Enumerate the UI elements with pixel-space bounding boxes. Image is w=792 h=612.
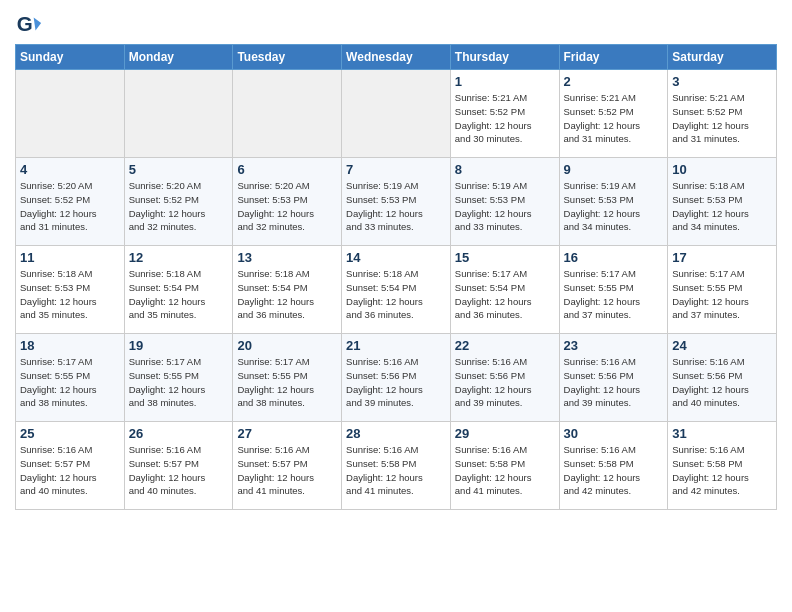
day-number: 13 [237, 250, 337, 265]
day-number: 14 [346, 250, 446, 265]
calendar-cell: 18Sunrise: 5:17 AM Sunset: 5:55 PM Dayli… [16, 334, 125, 422]
day-number: 12 [129, 250, 229, 265]
calendar-cell: 4Sunrise: 5:20 AM Sunset: 5:52 PM Daylig… [16, 158, 125, 246]
day-number: 1 [455, 74, 555, 89]
day-number: 8 [455, 162, 555, 177]
calendar-cell: 24Sunrise: 5:16 AM Sunset: 5:56 PM Dayli… [668, 334, 777, 422]
day-info: Sunrise: 5:21 AM Sunset: 5:52 PM Dayligh… [564, 91, 664, 146]
col-header-friday: Friday [559, 45, 668, 70]
day-info: Sunrise: 5:16 AM Sunset: 5:57 PM Dayligh… [20, 443, 120, 498]
day-info: Sunrise: 5:18 AM Sunset: 5:54 PM Dayligh… [129, 267, 229, 322]
day-number: 17 [672, 250, 772, 265]
day-number: 5 [129, 162, 229, 177]
calendar-cell: 16Sunrise: 5:17 AM Sunset: 5:55 PM Dayli… [559, 246, 668, 334]
day-number: 21 [346, 338, 446, 353]
day-number: 22 [455, 338, 555, 353]
day-number: 23 [564, 338, 664, 353]
day-info: Sunrise: 5:21 AM Sunset: 5:52 PM Dayligh… [455, 91, 555, 146]
header: G [15, 10, 777, 38]
day-info: Sunrise: 5:16 AM Sunset: 5:56 PM Dayligh… [564, 355, 664, 410]
day-number: 2 [564, 74, 664, 89]
day-info: Sunrise: 5:17 AM Sunset: 5:55 PM Dayligh… [672, 267, 772, 322]
day-number: 6 [237, 162, 337, 177]
calendar-cell [124, 70, 233, 158]
calendar-cell: 15Sunrise: 5:17 AM Sunset: 5:54 PM Dayli… [450, 246, 559, 334]
day-info: Sunrise: 5:18 AM Sunset: 5:54 PM Dayligh… [346, 267, 446, 322]
calendar-cell: 9Sunrise: 5:19 AM Sunset: 5:53 PM Daylig… [559, 158, 668, 246]
day-info: Sunrise: 5:16 AM Sunset: 5:58 PM Dayligh… [346, 443, 446, 498]
day-info: Sunrise: 5:20 AM Sunset: 5:53 PM Dayligh… [237, 179, 337, 234]
week-row-2: 4Sunrise: 5:20 AM Sunset: 5:52 PM Daylig… [16, 158, 777, 246]
day-number: 4 [20, 162, 120, 177]
day-info: Sunrise: 5:16 AM Sunset: 5:58 PM Dayligh… [564, 443, 664, 498]
header-row: SundayMondayTuesdayWednesdayThursdayFrid… [16, 45, 777, 70]
day-info: Sunrise: 5:20 AM Sunset: 5:52 PM Dayligh… [20, 179, 120, 234]
calendar-cell: 12Sunrise: 5:18 AM Sunset: 5:54 PM Dayli… [124, 246, 233, 334]
day-info: Sunrise: 5:18 AM Sunset: 5:53 PM Dayligh… [672, 179, 772, 234]
calendar-cell: 17Sunrise: 5:17 AM Sunset: 5:55 PM Dayli… [668, 246, 777, 334]
col-header-sunday: Sunday [16, 45, 125, 70]
calendar-cell: 23Sunrise: 5:16 AM Sunset: 5:56 PM Dayli… [559, 334, 668, 422]
day-info: Sunrise: 5:16 AM Sunset: 5:57 PM Dayligh… [237, 443, 337, 498]
day-info: Sunrise: 5:17 AM Sunset: 5:54 PM Dayligh… [455, 267, 555, 322]
day-info: Sunrise: 5:16 AM Sunset: 5:58 PM Dayligh… [455, 443, 555, 498]
day-info: Sunrise: 5:16 AM Sunset: 5:56 PM Dayligh… [455, 355, 555, 410]
page: G SundayMondayTuesdayWednesdayThursdayFr… [0, 0, 792, 612]
day-number: 11 [20, 250, 120, 265]
col-header-saturday: Saturday [668, 45, 777, 70]
logo-icon: G [15, 10, 43, 38]
calendar-cell: 25Sunrise: 5:16 AM Sunset: 5:57 PM Dayli… [16, 422, 125, 510]
calendar-cell: 8Sunrise: 5:19 AM Sunset: 5:53 PM Daylig… [450, 158, 559, 246]
calendar-cell: 13Sunrise: 5:18 AM Sunset: 5:54 PM Dayli… [233, 246, 342, 334]
day-info: Sunrise: 5:19 AM Sunset: 5:53 PM Dayligh… [346, 179, 446, 234]
week-row-4: 18Sunrise: 5:17 AM Sunset: 5:55 PM Dayli… [16, 334, 777, 422]
calendar-cell: 28Sunrise: 5:16 AM Sunset: 5:58 PM Dayli… [342, 422, 451, 510]
day-info: Sunrise: 5:19 AM Sunset: 5:53 PM Dayligh… [564, 179, 664, 234]
day-number: 25 [20, 426, 120, 441]
calendar-cell: 26Sunrise: 5:16 AM Sunset: 5:57 PM Dayli… [124, 422, 233, 510]
day-info: Sunrise: 5:17 AM Sunset: 5:55 PM Dayligh… [20, 355, 120, 410]
calendar-cell: 10Sunrise: 5:18 AM Sunset: 5:53 PM Dayli… [668, 158, 777, 246]
day-number: 27 [237, 426, 337, 441]
day-info: Sunrise: 5:16 AM Sunset: 5:57 PM Dayligh… [129, 443, 229, 498]
calendar-cell: 29Sunrise: 5:16 AM Sunset: 5:58 PM Dayli… [450, 422, 559, 510]
day-number: 24 [672, 338, 772, 353]
calendar-cell: 20Sunrise: 5:17 AM Sunset: 5:55 PM Dayli… [233, 334, 342, 422]
day-number: 29 [455, 426, 555, 441]
calendar-cell: 19Sunrise: 5:17 AM Sunset: 5:55 PM Dayli… [124, 334, 233, 422]
day-number: 9 [564, 162, 664, 177]
svg-marker-1 [34, 17, 41, 30]
calendar-cell [342, 70, 451, 158]
calendar-cell: 5Sunrise: 5:20 AM Sunset: 5:52 PM Daylig… [124, 158, 233, 246]
day-number: 7 [346, 162, 446, 177]
day-info: Sunrise: 5:21 AM Sunset: 5:52 PM Dayligh… [672, 91, 772, 146]
calendar-table: SundayMondayTuesdayWednesdayThursdayFrid… [15, 44, 777, 510]
calendar-cell [16, 70, 125, 158]
day-number: 26 [129, 426, 229, 441]
day-info: Sunrise: 5:18 AM Sunset: 5:54 PM Dayligh… [237, 267, 337, 322]
calendar-cell: 21Sunrise: 5:16 AM Sunset: 5:56 PM Dayli… [342, 334, 451, 422]
calendar-cell: 7Sunrise: 5:19 AM Sunset: 5:53 PM Daylig… [342, 158, 451, 246]
calendar-cell: 11Sunrise: 5:18 AM Sunset: 5:53 PM Dayli… [16, 246, 125, 334]
day-info: Sunrise: 5:16 AM Sunset: 5:56 PM Dayligh… [346, 355, 446, 410]
calendar-cell: 2Sunrise: 5:21 AM Sunset: 5:52 PM Daylig… [559, 70, 668, 158]
day-number: 3 [672, 74, 772, 89]
day-info: Sunrise: 5:18 AM Sunset: 5:53 PM Dayligh… [20, 267, 120, 322]
col-header-wednesday: Wednesday [342, 45, 451, 70]
day-number: 20 [237, 338, 337, 353]
day-info: Sunrise: 5:17 AM Sunset: 5:55 PM Dayligh… [129, 355, 229, 410]
calendar-cell: 31Sunrise: 5:16 AM Sunset: 5:58 PM Dayli… [668, 422, 777, 510]
day-info: Sunrise: 5:17 AM Sunset: 5:55 PM Dayligh… [564, 267, 664, 322]
col-header-thursday: Thursday [450, 45, 559, 70]
day-number: 10 [672, 162, 772, 177]
day-info: Sunrise: 5:16 AM Sunset: 5:56 PM Dayligh… [672, 355, 772, 410]
day-number: 15 [455, 250, 555, 265]
day-info: Sunrise: 5:16 AM Sunset: 5:58 PM Dayligh… [672, 443, 772, 498]
day-number: 18 [20, 338, 120, 353]
calendar-cell [233, 70, 342, 158]
calendar-cell: 14Sunrise: 5:18 AM Sunset: 5:54 PM Dayli… [342, 246, 451, 334]
day-number: 28 [346, 426, 446, 441]
day-number: 16 [564, 250, 664, 265]
calendar-cell: 30Sunrise: 5:16 AM Sunset: 5:58 PM Dayli… [559, 422, 668, 510]
col-header-monday: Monday [124, 45, 233, 70]
